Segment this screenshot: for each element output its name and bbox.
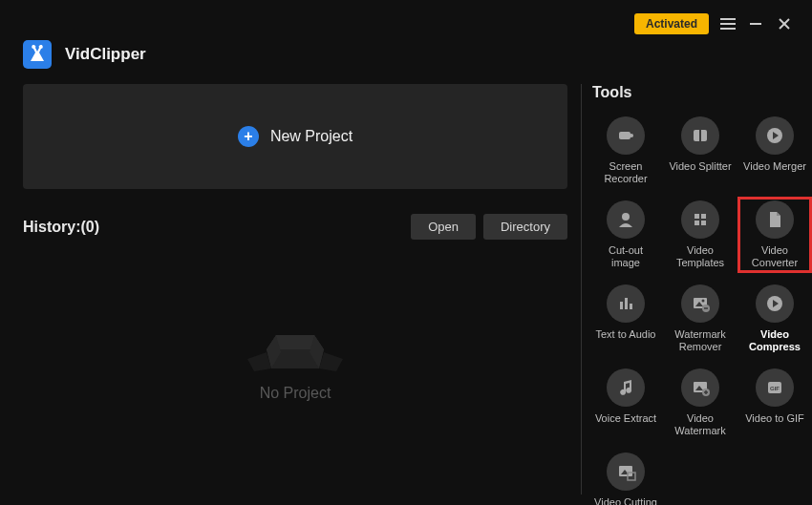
file-icon: [756, 200, 794, 239]
tool-screen-recorder[interactable]: Screen Recorder: [592, 116, 659, 185]
tool-video-compress[interactable]: Video Compress: [741, 284, 808, 353]
tool-label: Voice Extract: [595, 412, 656, 425]
tool-video-cutting[interactable]: Video Cutting: [592, 452, 659, 505]
tool-text-to-audio[interactable]: Text to Audio: [592, 284, 659, 353]
tool-label: Video Splitter: [669, 160, 731, 173]
play-icon: [756, 116, 794, 155]
new-project-label: New Project: [270, 128, 353, 145]
svg-marker-11: [319, 352, 343, 371]
tool-label: Video Cutting: [594, 496, 657, 505]
empty-text: No Project: [260, 385, 331, 402]
plus-icon: +: [238, 126, 259, 147]
empty-state: No Project: [23, 306, 567, 402]
tool-label: Video Templates: [669, 244, 732, 269]
close-button[interactable]: [778, 17, 795, 31]
tool-label: Video Converter: [743, 244, 806, 269]
directory-button[interactable]: Directory: [483, 214, 567, 240]
tool-label: Cut-out image: [594, 244, 657, 269]
image-minus-icon: [681, 284, 719, 323]
tools-heading: Tools: [592, 84, 807, 101]
gif-icon: [756, 368, 794, 407]
equalizer-icon: [607, 284, 645, 323]
app-name: VidClipper: [65, 45, 146, 64]
tool-voice-extract[interactable]: Voice Extract: [592, 368, 659, 437]
tool-label: Video Watermark: [669, 412, 732, 437]
tool-video-to-gif[interactable]: Video to GIF: [741, 368, 808, 437]
tool-video-splitter[interactable]: Video Splitter: [667, 116, 734, 185]
tool-label: Video Merger: [743, 160, 806, 173]
grid-icon: [681, 200, 719, 239]
splitter-icon: [681, 116, 719, 155]
open-button[interactable]: Open: [411, 214, 476, 240]
tool-label: Video to GIF: [745, 412, 804, 425]
tool-label: Text to Audio: [596, 328, 656, 341]
menu-icon[interactable]: [720, 17, 737, 31]
tool-cut-out-image[interactable]: Cut-out image: [592, 200, 659, 269]
tool-video-merger[interactable]: Video Merger: [741, 116, 808, 185]
tool-video-templates[interactable]: Video Templates: [667, 200, 734, 269]
image-plus-icon: [681, 368, 719, 407]
activated-badge: Activated: [634, 13, 709, 34]
person-icon: [607, 200, 645, 239]
tool-label: Video Compress: [743, 328, 806, 353]
play-icon: [756, 284, 794, 323]
tool-label: Screen Recorder: [594, 160, 657, 185]
divider: [581, 84, 582, 494]
tool-watermark-remover[interactable]: Watermark Remover: [667, 284, 734, 353]
tool-video-converter[interactable]: Video Converter: [741, 200, 808, 269]
minimize-button[interactable]: [749, 17, 766, 31]
image-crop-icon: [607, 452, 645, 491]
new-project-button[interactable]: + New Project: [23, 84, 567, 189]
camera-icon: [607, 116, 645, 155]
history-label: History:(0): [23, 219, 99, 236]
tool-video-watermark[interactable]: Video Watermark: [667, 368, 734, 437]
svg-marker-10: [247, 352, 271, 371]
empty-box-icon: [243, 306, 348, 373]
tool-label: Watermark Remover: [669, 328, 732, 353]
app-logo-icon: [23, 40, 52, 69]
music-icon: [607, 368, 645, 407]
